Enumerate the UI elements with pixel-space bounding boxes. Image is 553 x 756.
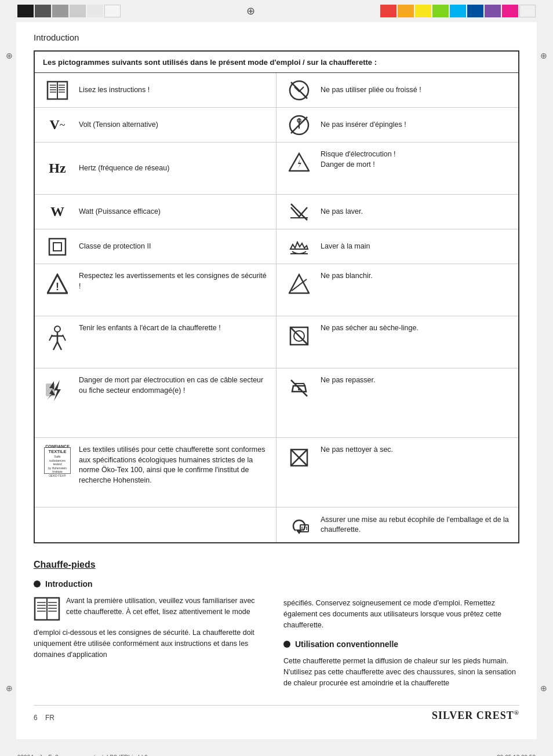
- book-icon: [42, 81, 73, 100]
- swatch-green: [432, 5, 449, 17]
- picto-text-warning: Respectez les avertissements et les cons…: [79, 271, 269, 291]
- chauffe-pieds-section: Chauffe-pieds Introduction: [34, 560, 519, 689]
- crosshair-left-icon: ⊕: [6, 51, 13, 60]
- hz-icon: Hz: [42, 160, 73, 176]
- swatch-orange: [398, 5, 414, 17]
- bottom-bar: 90994_silv_Fußwaermer_content_LB2 (FR).i…: [0, 751, 553, 756]
- swatch-darkgray: [35, 5, 51, 17]
- child-icon: [42, 323, 73, 351]
- utilisation-label: Utilisation conventionnelle: [295, 640, 398, 649]
- svg-line-32: [49, 335, 52, 341]
- svg-line-31: [57, 342, 61, 350]
- crosshair-icon: ⊕: [246, 5, 255, 17]
- svg-rect-21: [53, 243, 61, 251]
- no-dry-clean-icon: [283, 445, 315, 468]
- picto-text-no-dry-clean: Ne pas nettoyer à sec.: [321, 445, 511, 455]
- no-fold-icon: [283, 80, 315, 101]
- picto-text-electrocution: Risque d'électrocution !Danger de mort !: [321, 149, 511, 170]
- swatch-red: [380, 5, 396, 17]
- swatch-magenta: [502, 5, 518, 17]
- picto-row: Danger de mort par électrocution en cas …: [35, 368, 276, 438]
- warning-triangle-icon: !: [42, 271, 73, 294]
- brand-text: SILVER CREST: [432, 710, 514, 721]
- picto-text-read-instructions: Lisez les instructions !: [79, 85, 269, 96]
- picto-text-no-iron: Ne pas repasser.: [321, 375, 511, 386]
- swatch-black: [17, 5, 34, 17]
- electric-danger-icon: [42, 375, 73, 403]
- intro-partial-text: Avant la première utilisation, veuillez …: [66, 596, 270, 623]
- page-lang: FR: [45, 714, 54, 722]
- picto-text-child: Tenir les enfants à l'écart de la chauff…: [79, 323, 269, 334]
- color-bar: ⊕: [0, 0, 553, 22]
- picto-row: Ne pas laver.: [276, 195, 518, 229]
- crosshair-bottom-right-icon: ⊕: [540, 684, 547, 693]
- svg-line-12: [291, 82, 307, 98]
- picto-text-hz: Hertz (fréquence de réseau): [79, 163, 269, 174]
- introduction-label: Introduction: [45, 579, 93, 589]
- color-swatches-right: [380, 5, 536, 17]
- crosshair-bottom-left-icon: ⊕: [6, 684, 13, 693]
- picto-row: Classe de protection II: [35, 229, 276, 264]
- brand-name: SILVER CREST®: [432, 709, 519, 722]
- swatch-white2: [519, 5, 536, 17]
- page-number-value: 6: [34, 714, 38, 722]
- picto-text-watt: Watt (Puissance efficace): [79, 207, 269, 217]
- crosshair-top-center: ⊕: [121, 5, 380, 17]
- picto-text-protection-class: Classe de protection II: [79, 242, 269, 252]
- svg-point-27: [54, 326, 60, 332]
- no-tumble-dry-icon: [283, 323, 315, 346]
- picto-header-text: Les pictogrammes suivants sont utilisés …: [43, 57, 510, 68]
- intro-content-block: Avant la première utilisation, veuillez …: [34, 596, 270, 623]
- picto-text-eco-recycle: Assurer une mise au rebut écophile de l'…: [321, 515, 511, 535]
- page-content: ⊕ ⊕ ⊕ ⊕ Introduction Les pictogrammes su…: [16, 22, 537, 739]
- page-footer: 6 FR SILVER CREST®: [34, 705, 519, 722]
- electrocution-warning-icon: [283, 149, 315, 173]
- picto-row-empty: [35, 507, 276, 542]
- picto-row: CONFIANCE TEXTILE Safe substances tested…: [35, 438, 276, 507]
- picto-text-no-pin: Ne pas insérer d'épingles !: [321, 120, 511, 130]
- svg-line-30: [53, 342, 57, 350]
- svg-rect-20: [49, 239, 66, 255]
- brand-suffix: ®: [514, 709, 519, 716]
- volt-icon: V~: [42, 117, 73, 133]
- introduction-subsection-title: Introduction: [34, 579, 270, 589]
- konfidence-icon: CONFIANCE TEXTILE Safe substances tested…: [42, 445, 73, 474]
- picto-row: V~ Volt (Tension alternative): [35, 108, 276, 143]
- crosshair-right-icon: ⊕: [540, 51, 547, 60]
- picto-row: Assurer une mise au rebut écophile de l'…: [276, 507, 518, 542]
- color-swatches-left: [17, 5, 121, 17]
- no-bleach-icon: [283, 271, 315, 294]
- picto-row: Ne pas sécher au sèche-linge.: [276, 316, 518, 368]
- right-column: spécifiés. Conservez soigneusement ce mo…: [283, 579, 519, 689]
- eco-recycle-icon: [283, 514, 315, 535]
- right-column-text: spécifiés. Conservez soigneusement ce mo…: [283, 598, 519, 630]
- picto-row: Ne pas blanchir.: [276, 264, 518, 316]
- swatch-verylightgray: [87, 5, 103, 17]
- swatch-purple: [485, 5, 501, 17]
- chauffe-pieds-title: Chauffe-pieds: [34, 560, 519, 570]
- picto-text-no-tumble: Ne pas sécher au sèche-linge.: [321, 323, 511, 334]
- no-wash-icon: [283, 202, 315, 222]
- bullet-icon-2: [283, 641, 290, 648]
- swatch-yellow: [415, 5, 431, 17]
- picto-grid: Lisez les instructions ! Ne pas utiliser…: [35, 73, 518, 542]
- picto-row: Ne pas insérer d'épingles !: [276, 108, 518, 143]
- intro-body-text: d'emploi ci-dessous et les consignes de …: [34, 627, 270, 660]
- picto-row: Risque d'électrocution !Danger de mort !: [276, 143, 518, 195]
- picto-row: ! Respectez les avertissements et les co…: [35, 264, 276, 316]
- picto-text-konfidence: Les textiles utilisés pour cette chauffe…: [79, 445, 269, 485]
- page-number: 6 FR: [34, 714, 54, 722]
- picto-row: Hz Hertz (fréquence de réseau): [35, 143, 276, 195]
- left-column: Introduction: [34, 579, 270, 689]
- picto-row: Ne pas utiliser pliée ou froissé !: [276, 73, 518, 108]
- picto-text-no-wash: Ne pas laver.: [321, 207, 511, 217]
- pictogram-table: Les pictogrammes suivants sont utilisés …: [34, 50, 519, 543]
- protection-class-icon: [42, 236, 73, 257]
- picto-row: Ne pas nettoyer à sec.: [276, 438, 518, 507]
- watt-icon: W: [42, 204, 73, 220]
- two-column-layout: Introduction: [34, 579, 519, 689]
- picto-text-volt: Volt (Tension alternative): [79, 120, 269, 130]
- swatch-white: [104, 5, 121, 17]
- no-pin-icon: [283, 115, 315, 136]
- picto-row: Ne pas repasser.: [276, 368, 518, 438]
